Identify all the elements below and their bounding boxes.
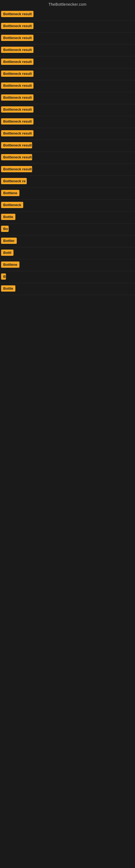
bottleneck-result-badge[interactable]: Bottleneck result	[1, 142, 32, 148]
bottleneck-result-badge[interactable]: Bottleneck re	[1, 178, 27, 184]
badge-row: Bottleneck	[0, 199, 135, 212]
badge-row: Bottleneck result	[0, 164, 135, 176]
badge-row: Bottl	[0, 247, 135, 259]
badge-row: Bottleneck re	[0, 176, 135, 188]
bottleneck-result-badge[interactable]: Bottleneck result	[1, 23, 34, 29]
bottleneck-result-badge[interactable]: Bottleneck result	[1, 130, 34, 136]
badge-row: Bottleneck result	[0, 92, 135, 104]
bottleneck-result-badge[interactable]: Bottleneck	[1, 202, 23, 208]
bottleneck-result-badge[interactable]: Bottleneck result	[1, 83, 34, 89]
bottleneck-result-badge[interactable]: Bottleneck result	[1, 46, 34, 53]
bottleneck-result-badge[interactable]: Bottleneck result	[1, 11, 34, 17]
bottleneck-result-badge[interactable]: Bottle	[1, 285, 15, 291]
bottleneck-result-badge[interactable]: Bottleneck result	[1, 94, 34, 101]
site-title: TheBottlenecker.com	[0, 0, 135, 9]
bottleneck-result-badge[interactable]: Bottleneck result	[1, 118, 34, 124]
badge-row: Bottleneck result	[0, 33, 135, 44]
badge-row: Bottleneck result	[0, 140, 135, 152]
badge-row: Bottle	[0, 212, 135, 223]
badge-row: Bottlene	[0, 259, 135, 271]
bottleneck-result-badge[interactable]: Bottleneck result	[1, 166, 32, 172]
bottleneck-result-badge[interactable]: Bo	[1, 226, 9, 232]
bottleneck-result-badge[interactable]: Bottlene	[1, 261, 19, 268]
badge-row: Bottleneck result	[0, 9, 135, 21]
bottleneck-result-badge[interactable]: Bottlene	[1, 190, 19, 196]
bottleneck-result-badge[interactable]: Bottleneck result	[1, 35, 34, 41]
bottleneck-result-badge[interactable]: Bottleneck result	[1, 70, 34, 77]
badge-row: Bo	[0, 223, 135, 236]
badge-row: Bottler	[0, 236, 135, 247]
bottleneck-result-badge[interactable]: B	[1, 273, 6, 280]
page-wrapper: TheBottlenecker.com Bottleneck resultBot…	[0, 0, 135, 295]
badge-row: B	[0, 271, 135, 283]
badge-row: Bottlene	[0, 188, 135, 199]
badge-row: Bottle	[0, 283, 135, 295]
badge-row: Bottleneck result	[0, 80, 135, 92]
badge-row: Bottleneck result	[0, 21, 135, 33]
badge-row: Bottleneck result	[0, 152, 135, 164]
bottleneck-result-badge[interactable]: Bottleneck result	[1, 106, 34, 113]
badge-row: Bottleneck result	[0, 68, 135, 80]
bottleneck-result-badge[interactable]: Bottl	[1, 250, 13, 256]
bottleneck-result-badge[interactable]: Bottle	[1, 214, 15, 220]
badge-row: Bottleneck result	[0, 128, 135, 140]
badge-row: Bottleneck result	[0, 116, 135, 128]
badge-row: Bottleneck result	[0, 104, 135, 116]
bottleneck-result-badge[interactable]: Bottleneck result	[1, 154, 32, 160]
badge-row: Bottleneck result	[0, 44, 135, 56]
badges-container: Bottleneck resultBottleneck resultBottle…	[0, 9, 135, 295]
badge-row: Bottleneck result	[0, 56, 135, 68]
bottleneck-result-badge[interactable]: Bottler	[1, 238, 17, 244]
bottleneck-result-badge[interactable]: Bottleneck result	[1, 59, 34, 65]
